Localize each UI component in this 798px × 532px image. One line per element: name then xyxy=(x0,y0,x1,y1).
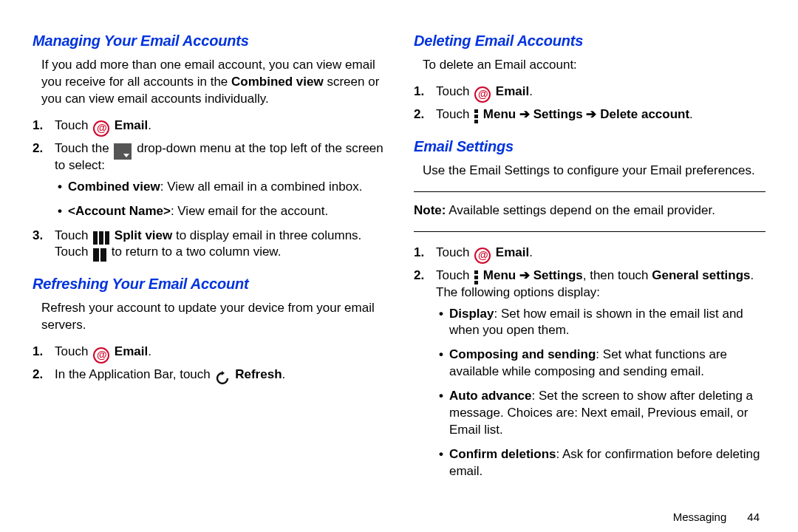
text: . xyxy=(282,367,286,381)
heading-deleting-email: Deleting Email Accounts xyxy=(414,31,765,51)
option-confirm-deletions: Confirm deletions: Ask for confirmation … xyxy=(448,446,765,480)
arrow: ➔ xyxy=(586,107,596,121)
heading-managing-email: Managing Your Email Accounts xyxy=(33,31,384,51)
text: , then touch xyxy=(583,268,652,282)
text: : Set how email is shown in the email li… xyxy=(449,307,743,338)
text: to return to a two column view. xyxy=(108,245,281,259)
refresh-icon xyxy=(215,371,230,386)
refresh-paragraph: Refresh your account to update your devi… xyxy=(41,300,384,334)
step-1: 1. Touch Email. xyxy=(436,83,765,100)
arrow: ➔ xyxy=(519,268,530,282)
text-bold: Email xyxy=(496,84,529,98)
settings-steps: 1. Touch Email. 2. Touch Menu ➔ Settings… xyxy=(414,242,765,488)
settings-paragraph: Use the Email Settings to configure your… xyxy=(423,163,765,180)
text: : View all email in a combined inbox. xyxy=(160,180,363,194)
divider xyxy=(414,191,765,192)
step-number: 1. xyxy=(414,245,433,262)
text-bold: Menu xyxy=(483,107,519,121)
manual-page: Managing Your Email Accounts If you add … xyxy=(0,0,798,532)
text-bold: Settings xyxy=(530,268,583,282)
page-footer: Messaging44 xyxy=(414,495,765,525)
delete-paragraph: To delete an Email account: xyxy=(423,57,765,74)
left-column: Managing Your Email Accounts If you add … xyxy=(33,28,384,525)
text: : View email for the account. xyxy=(171,204,328,218)
divider xyxy=(414,231,765,232)
email-icon xyxy=(474,248,491,264)
text: Touch xyxy=(436,245,473,259)
step-number: 3. xyxy=(33,228,52,245)
text: Touch xyxy=(436,84,473,98)
text: . xyxy=(529,84,533,98)
menu-icon xyxy=(474,109,478,123)
step-number: 1. xyxy=(33,117,52,134)
deleting-steps: 1. Touch Email. 2. Touch Menu ➔ Settings… xyxy=(414,81,765,129)
note: Note: Available settings depend on the e… xyxy=(414,202,765,219)
text-bold: Refresh xyxy=(235,367,282,381)
page-number: 44 xyxy=(747,511,760,523)
text: Available settings depend on the email p… xyxy=(446,203,715,217)
step-2: 2. Touch Menu ➔ Settings ➔ Delete accoun… xyxy=(436,106,765,123)
text: . xyxy=(529,245,533,259)
step-number: 2. xyxy=(33,366,52,383)
step-1: 1. Touch Email. xyxy=(436,245,765,262)
text: In the Application Bar, touch xyxy=(55,367,214,381)
text-bold: Email xyxy=(496,245,529,259)
text: Touch xyxy=(436,107,473,121)
text-bold: Settings xyxy=(530,107,587,121)
text-bold: Auto advance xyxy=(449,389,531,403)
text: Touch xyxy=(55,344,92,358)
text: Touch the xyxy=(55,141,112,155)
text-bold: Display xyxy=(449,307,494,321)
text-bold: General settings xyxy=(652,268,750,282)
option-combined-view: Combined view: View all email in a combi… xyxy=(66,179,384,196)
menu-icon xyxy=(474,270,478,284)
text: Touch xyxy=(55,118,92,132)
split-2-column-icon xyxy=(93,248,106,262)
step-1: 1. Touch Email. xyxy=(55,117,384,134)
managing-steps: 1. Touch Email. 2. Touch the drop-down m… xyxy=(33,115,384,267)
step-2: 2. Touch the drop-down menu at the top l… xyxy=(55,140,384,220)
step-number: 1. xyxy=(414,83,433,100)
option-account-name: <Account Name>: View email for the accou… xyxy=(66,203,384,220)
step-number: 2. xyxy=(33,140,52,157)
heading-email-settings: Email Settings xyxy=(414,137,765,157)
text: . xyxy=(148,344,151,358)
dropdown-icon xyxy=(114,143,132,160)
text-bold: Menu xyxy=(483,268,519,282)
step-number: 2. xyxy=(414,106,433,123)
text-bold: Split view xyxy=(115,228,172,242)
text-bold: Email xyxy=(115,344,148,358)
text: Touch xyxy=(436,268,473,282)
text: . xyxy=(148,118,151,132)
text: . xyxy=(689,107,693,121)
step-1: 1. Touch Email. xyxy=(55,344,384,361)
option-display: Display: Set how email is shown in the e… xyxy=(448,306,765,340)
option-auto-advance: Auto advance: Set the screen to show aft… xyxy=(448,388,765,439)
settings-options: Display: Set how email is shown in the e… xyxy=(436,306,765,480)
intro-paragraph: If you add more than one email account, … xyxy=(41,57,384,108)
refreshing-steps: 1. Touch Email. 2. In the Application Ba… xyxy=(33,341,384,389)
text-bold: Confirm deletions xyxy=(449,447,556,461)
email-icon xyxy=(93,347,109,364)
step-number: 1. xyxy=(33,344,52,361)
text-bold: Email xyxy=(115,118,148,132)
step-2-options: Combined view: View all email in a combi… xyxy=(55,179,384,220)
heading-refreshing-email: Refreshing Your Email Account xyxy=(33,274,384,294)
email-icon xyxy=(474,86,491,103)
right-column: Deleting Email Accounts To delete an Ema… xyxy=(414,28,765,525)
split-3-column-icon xyxy=(93,231,109,245)
text-bold: Note: xyxy=(414,203,446,217)
arrow: ➔ xyxy=(519,107,530,121)
footer-section: Messaging xyxy=(673,511,727,523)
text-bold: Combined view xyxy=(68,180,160,194)
text-bold: Delete account xyxy=(596,107,689,121)
text-bold: Combined view xyxy=(231,75,324,89)
step-2: 2. In the Application Bar, touch Refresh… xyxy=(55,366,384,383)
text-bold: <Account Name> xyxy=(68,204,171,218)
email-icon xyxy=(93,120,109,137)
text-bold: Composing and sending xyxy=(449,347,596,361)
text: Touch xyxy=(55,228,92,242)
step-3: 3. Touch Split view to display email in … xyxy=(55,228,384,262)
option-composing: Composing and sending: Set what function… xyxy=(448,347,765,381)
step-number: 2. xyxy=(414,267,433,284)
